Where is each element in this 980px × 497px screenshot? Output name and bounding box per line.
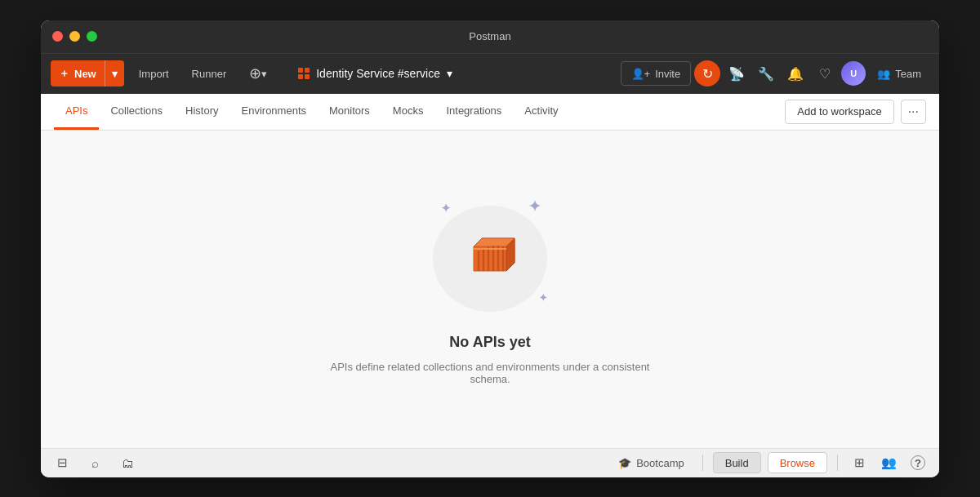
- team-icon: 👥: [877, 68, 890, 80]
- folder-icon: 🗂: [122, 456, 134, 470]
- empty-state-title: No APIs yet: [449, 334, 530, 351]
- sparkle-top-left: ✦: [441, 202, 451, 215]
- minimize-button[interactable]: [69, 31, 80, 42]
- wrench-button[interactable]: 🔧: [753, 60, 779, 87]
- sidebar-icon: ⊟: [57, 455, 68, 470]
- invite-icon: 👤+: [631, 68, 651, 80]
- statusbar-right: 🎓 Bootcamp Build Browse ⊞ 👥 ?: [610, 451, 929, 474]
- tab-activity[interactable]: Activity: [513, 94, 569, 130]
- nav-tabs: APIs Collections History Environments Mo…: [41, 94, 939, 131]
- chevron-down-icon: ▾: [112, 68, 118, 80]
- workspace-sync-button[interactable]: ⊕ ▾: [241, 60, 275, 87]
- invite-button[interactable]: 👤+ Invite: [621, 61, 692, 86]
- avatar[interactable]: U: [841, 61, 866, 86]
- team-button[interactable]: 👥 Team: [869, 64, 929, 84]
- search-icon: ⌕: [91, 456, 99, 470]
- empty-state: ✦ ✦ ✦: [302, 177, 678, 402]
- new-button-dropdown[interactable]: ▾: [105, 60, 124, 87]
- statusbar-divider-2: [837, 455, 838, 471]
- layout-grid-icon: ⊞: [854, 455, 865, 470]
- sparkle-bottom-right: ✦: [539, 292, 547, 304]
- new-button[interactable]: ＋ New ▾: [51, 60, 124, 87]
- wrench-icon: 🔧: [758, 66, 774, 82]
- close-button[interactable]: [52, 31, 63, 42]
- new-label: New: [74, 68, 96, 80]
- new-button-main[interactable]: ＋ New: [51, 60, 105, 87]
- sync-icon: ⊕: [249, 64, 261, 82]
- sidebar-toggle-button[interactable]: ⊟: [51, 451, 74, 474]
- workspace-name: Identity Service #service: [316, 67, 440, 80]
- empty-state-description: APIs define related collections and envi…: [318, 361, 662, 385]
- graduation-icon: 🎓: [618, 457, 631, 469]
- workspace-selector[interactable]: Identity Service #service ▾: [290, 62, 461, 85]
- add-to-workspace-label: Add to workspace: [797, 105, 881, 118]
- heart-button[interactable]: ♡: [812, 60, 838, 87]
- bootcamp-label: Bootcamp: [636, 457, 684, 469]
- app-title: Postman: [469, 30, 510, 42]
- tab-apis[interactable]: APIs: [54, 94, 99, 130]
- browse-button[interactable]: Browse: [768, 452, 827, 473]
- titlebar: Postman: [41, 20, 939, 53]
- sync-button[interactable]: ↻: [694, 60, 720, 87]
- browse-label: Browse: [780, 457, 815, 469]
- tab-collections[interactable]: Collections: [99, 94, 174, 130]
- add-to-workspace-button[interactable]: Add to workspace: [785, 100, 893, 124]
- search-status-button[interactable]: ⌕: [83, 451, 106, 474]
- bell-icon: 🔔: [787, 66, 804, 82]
- tab-monitors[interactable]: Monitors: [318, 94, 381, 130]
- runner-label: Runner: [192, 68, 227, 80]
- empty-illustration: ✦ ✦ ✦: [425, 193, 555, 324]
- persons-icon: 👥: [881, 455, 897, 470]
- import-label: Import: [139, 68, 169, 80]
- more-dots-icon: ···: [908, 104, 919, 119]
- wifi-icon-button[interactable]: 📡: [724, 60, 750, 87]
- tab-environments[interactable]: Environments: [230, 94, 318, 130]
- nav-tabs-right: Add to workspace ···: [785, 100, 926, 124]
- chevron-down-icon-2: ▾: [261, 68, 267, 80]
- bootcamp-button[interactable]: 🎓 Bootcamp: [610, 454, 693, 473]
- runner-button[interactable]: Runner: [184, 60, 235, 87]
- heart-icon: ♡: [819, 66, 831, 82]
- folder-status-button[interactable]: 🗂: [116, 451, 139, 474]
- main-content: ✦ ✦ ✦: [41, 131, 939, 448]
- refresh-icon: ↻: [702, 66, 713, 82]
- bell-button[interactable]: 🔔: [782, 60, 808, 87]
- workspace-chevron-icon: ▾: [447, 67, 452, 80]
- wifi-icon: 📡: [728, 66, 745, 82]
- workspace-grid-icon: [298, 68, 310, 79]
- toolbar-right: 👤+ Invite ↻ 📡 🔧 🔔 ♡ U 👥: [621, 60, 929, 87]
- statusbar-left: ⊟ ⌕ 🗂: [51, 451, 139, 474]
- invite-label: Invite: [655, 68, 680, 80]
- avatar-initial: U: [850, 69, 857, 78]
- persons-button[interactable]: 👥: [877, 451, 900, 474]
- tab-integrations[interactable]: Integrations: [434, 94, 513, 130]
- tab-mocks[interactable]: Mocks: [381, 94, 435, 130]
- window-controls: [52, 31, 97, 42]
- toolbar: ＋ New ▾ Import Runner ⊕ ▾ Identity Servi…: [41, 53, 939, 94]
- api-illustration-svg: [453, 222, 527, 295]
- statusbar-divider: [702, 455, 703, 471]
- team-label: Team: [895, 68, 921, 80]
- build-label: Build: [725, 457, 749, 469]
- layout-grid-button[interactable]: ⊞: [848, 451, 871, 474]
- more-options-button[interactable]: ···: [901, 100, 926, 124]
- tab-history[interactable]: History: [174, 94, 229, 130]
- plus-icon: ＋: [59, 66, 69, 81]
- main-window: Postman ＋ New ▾ Import Runner ⊕ ▾ Id: [41, 20, 939, 477]
- maximize-button[interactable]: [87, 31, 97, 42]
- statusbar: ⊟ ⌕ 🗂 🎓 Bootcamp Build Browse: [41, 448, 939, 477]
- help-button[interactable]: ?: [906, 451, 929, 474]
- help-icon: ?: [911, 455, 925, 470]
- build-button[interactable]: Build: [713, 452, 761, 473]
- import-button[interactable]: Import: [131, 60, 177, 87]
- sparkle-top-right: ✦: [528, 197, 541, 215]
